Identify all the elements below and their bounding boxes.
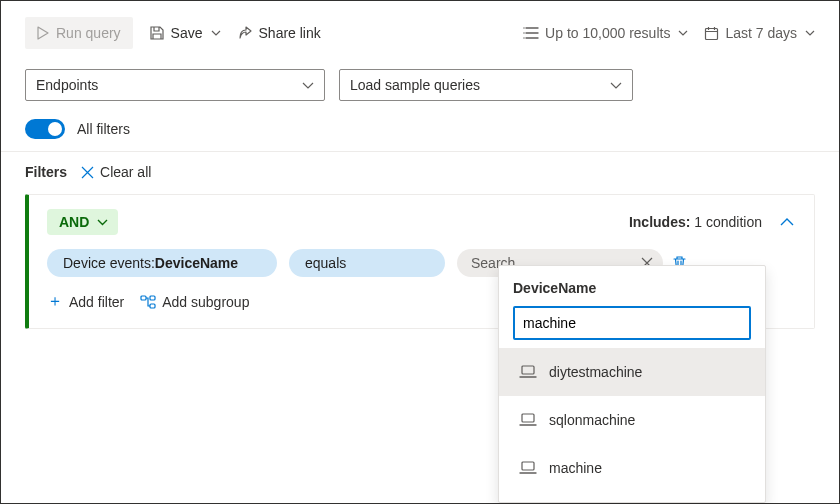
chevron-down-icon [211,30,221,36]
endpoints-dropdown[interactable]: Endpoints [25,69,325,101]
operator-equals-pill[interactable]: equals [289,249,445,277]
results-limit-button[interactable]: Up to 10,000 results [523,17,688,49]
svg-rect-5 [522,414,534,422]
svg-rect-4 [522,366,534,374]
add-filter-button[interactable]: ＋ Add filter [47,291,124,312]
chevron-down-icon [302,82,314,89]
equals-label: equals [305,255,346,271]
svg-rect-0 [706,28,718,39]
suggestion-option[interactable]: diytestmachine [499,348,765,396]
svg-rect-6 [522,462,534,470]
option-label: machine [549,460,602,476]
all-filters-label: All filters [77,121,130,137]
clear-all-button[interactable]: Clear all [81,164,151,180]
share-icon [237,25,253,41]
chevron-down-icon [805,30,815,36]
chevron-up-icon[interactable] [780,218,794,226]
toolbar: Run query Save Share link [25,15,815,51]
add-subgroup-button[interactable]: Add subgroup [140,294,249,310]
clear-all-label: Clear all [100,164,151,180]
sample-queries-label: Load sample queries [350,77,480,93]
chevron-down-icon [610,82,622,89]
run-query-label: Run query [56,25,121,41]
svg-rect-2 [150,296,155,300]
divider [1,151,839,152]
plus-icon: ＋ [47,291,63,312]
time-range-label: Last 7 days [725,25,797,41]
panel-search-input[interactable] [513,306,751,340]
operator-pill[interactable]: AND [47,209,118,235]
sample-queries-dropdown[interactable]: Load sample queries [339,69,633,101]
toggle-thumb [48,122,62,136]
subgroup-icon [140,295,156,309]
results-limit-label: Up to 10,000 results [545,25,670,41]
chevron-down-icon [678,30,688,36]
laptop-icon [519,365,537,379]
option-label: diytestmachine [549,364,642,380]
share-link-button[interactable]: Share link [237,17,321,49]
field-prefix: Device events: [63,255,155,271]
run-query-button[interactable]: Run query [25,17,133,49]
filters-label: Filters [25,164,67,180]
operator-label: AND [59,214,89,230]
save-label: Save [171,25,203,41]
laptop-icon [519,413,537,427]
save-icon [149,25,165,41]
field-name: DeviceName [155,255,238,271]
share-label: Share link [259,25,321,41]
play-icon [37,26,49,40]
close-icon [81,166,94,179]
add-filter-label: Add filter [69,294,124,310]
field-pill[interactable]: Device events: DeviceName [47,249,277,277]
save-button[interactable]: Save [149,17,221,49]
includes-summary: Includes: 1 condition [629,214,762,230]
laptop-icon [519,461,537,475]
panel-title: DeviceName [513,280,751,296]
chevron-down-icon [97,219,108,226]
suggestion-option[interactable]: sqlonmachine [499,396,765,444]
suggestion-option[interactable]: machine [499,444,765,492]
time-range-button[interactable]: Last 7 days [704,17,815,49]
option-label: sqlonmachine [549,412,635,428]
all-filters-toggle[interactable] [25,119,65,139]
suggestion-panel: DeviceName diytestmachine sqlonmachine [498,265,766,503]
list-icon [523,26,539,40]
calendar-icon [704,26,719,41]
svg-rect-1 [141,296,146,300]
svg-rect-3 [150,304,155,308]
endpoints-label: Endpoints [36,77,98,93]
add-subgroup-label: Add subgroup [162,294,249,310]
